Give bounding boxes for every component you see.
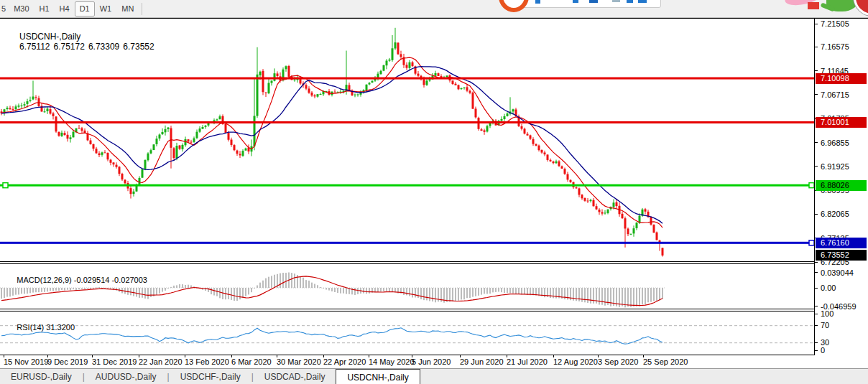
timeframe-button-w1[interactable]: W1 <box>95 1 117 17</box>
tab-usdcad[interactable]: USDCAD-,Daily <box>254 369 336 384</box>
timeframe-toolbar: 5M30H1H4D1W1MN <box>0 0 868 18</box>
chart-symbol-label: USDCNH-,Daily <box>19 32 80 42</box>
current-price-badge: 6.73552 <box>816 250 867 261</box>
date-label[interactable]: 5 Jun 2020 <box>412 357 451 366</box>
date-label[interactable]: 3 Sep 2020 <box>598 357 638 366</box>
overlay-orange-icon <box>499 0 529 12</box>
price-tick: 6.96855 <box>815 138 849 148</box>
level-price-badge: 6.88026 <box>816 180 867 191</box>
axis-tick-dash <box>815 342 818 343</box>
timeframe-buttons: 5M30H1H4D1W1MN <box>0 0 145 17</box>
axis-tick-label: 0.00 <box>821 284 836 292</box>
axis-tick-label: 7.21505 <box>821 19 849 28</box>
date-label[interactable]: 9 Dec 2019 <box>47 357 88 366</box>
chart-window: USDCNH-,Daily 6.751126.751726.733096.735… <box>0 18 868 368</box>
ohlc-open: 6.75112 <box>19 42 50 52</box>
rsi-tick: 100 <box>815 309 834 319</box>
date-label[interactable]: 31 Dec 2019 <box>92 357 137 366</box>
overlay-blue-icon <box>573 0 578 3</box>
date-label[interactable]: 29 Jun 2020 <box>460 357 504 366</box>
axis-tick-dash <box>815 24 818 24</box>
date-axis[interactable]: 15 Nov 20199 Dec 201931 Dec 201922 Jan 2… <box>0 355 814 369</box>
timeframe-button-h1[interactable]: H1 <box>34 1 55 17</box>
axis-tick-dash <box>815 94 818 95</box>
rsi-indicator-panel[interactable] <box>0 312 814 355</box>
level-price-badge: 7.10098 <box>816 73 867 84</box>
axis-tick-dash <box>815 306 818 306</box>
metatrader-window: 5M30H1H4D1W1MN USDCNH-,Daily 6.751126.75… <box>0 0 868 384</box>
overlay-blue-icon <box>589 0 598 3</box>
date-label[interactable]: 30 Mar 2020 <box>277 357 321 366</box>
axis-tick-dash <box>815 272 818 273</box>
timeframe-button-d1[interactable]: D1 <box>75 1 95 17</box>
macd-tick: 0.00 <box>815 283 836 293</box>
rsi-tick: 0 <box>815 345 825 355</box>
axis-tick-label: 100 <box>821 309 834 318</box>
axis-tick-dash <box>815 214 818 215</box>
rsi-label: RSI(14) 31.3200 <box>4 314 75 340</box>
mascot-flag-icon <box>808 2 819 9</box>
date-label[interactable]: 14 May 2020 <box>369 357 415 366</box>
axis-tick-dash <box>815 350 818 351</box>
ohlc-close: 6.73552 <box>123 42 154 52</box>
chart-title: USDCNH-,Daily 6.751126.751726.733096.735… <box>5 22 158 62</box>
tab-eurusd[interactable]: EURUSD-,Daily <box>0 369 83 384</box>
macd-label: MACD(12,26,9) -0.029514 -0.027003 <box>4 267 147 293</box>
date-label[interactable]: 13 Feb 2020 <box>185 357 229 366</box>
rsi-tick: 70 <box>815 320 829 330</box>
timeframe-button-m30[interactable]: M30 <box>9 1 34 17</box>
price-tick: 7.21505 <box>815 19 849 29</box>
axis-tick-dash <box>815 325 818 326</box>
date-label[interactable]: 21 Jul 2020 <box>507 357 548 366</box>
price-tick: 6.91925 <box>815 161 849 172</box>
date-label[interactable]: 6 Mar 2020 <box>231 357 272 366</box>
rsi-name: RSI(14) <box>17 323 44 332</box>
axis-tick-label: 7.06715 <box>821 90 849 99</box>
date-label[interactable]: 15 Nov 2019 <box>4 357 48 366</box>
macd-values: -0.029514 -0.027003 <box>74 276 147 284</box>
axis-tick-label: 70 <box>821 321 829 329</box>
axis-tick-dash <box>815 70 818 71</box>
price-tick: 7.16575 <box>815 42 849 52</box>
level-price-badge: 7.01001 <box>816 117 867 128</box>
date-label[interactable]: 12 Aug 2020 <box>553 357 598 366</box>
tab-usdchf[interactable]: USDCHF-,Daily <box>170 369 251 384</box>
price-tick: 7.06715 <box>815 90 849 100</box>
macd-name: MACD(12,26,9) <box>17 276 71 284</box>
timeframe-button-mn[interactable]: MN <box>116 1 139 17</box>
date-label[interactable]: 25 Sep 2020 <box>643 357 688 366</box>
overlay-gray-icon <box>612 0 620 2</box>
timeframe-button-5[interactable]: 5 <box>0 1 9 17</box>
axis-tick-label: 7.16575 <box>821 42 849 51</box>
price-tick: 6.82065 <box>815 209 849 219</box>
axis-tick-label: 6.82065 <box>821 210 849 218</box>
axis-tick-label: 0 <box>821 346 825 355</box>
ohlc-low: 6.73309 <box>88 42 119 52</box>
ohlc-high: 6.75172 <box>54 42 85 52</box>
level-price-badge: 6.76160 <box>816 238 867 248</box>
macd-tick: 0.039044 <box>815 268 854 278</box>
axis-tick-dash <box>815 166 818 167</box>
axis-tick-label: 0.039044 <box>821 268 854 277</box>
date-label[interactable]: 22 Jan 2020 <box>139 357 183 366</box>
axis-tick-dash <box>815 142 818 143</box>
axis-tick-label: 6.96855 <box>821 139 849 147</box>
axis-tick-dash <box>815 47 818 47</box>
price-axis[interactable]: 7.215057.165757.116457.067157.017856.968… <box>815 19 868 369</box>
axis-tick-label: 6.91925 <box>821 162 849 171</box>
overlay-blue-icon <box>638 0 647 3</box>
overlay-blue-icon <box>627 0 633 3</box>
mascot-red-circle <box>854 0 868 16</box>
tab-usdcnh[interactable]: USDCNH-,Daily <box>336 369 420 384</box>
axis-tick-dash <box>815 262 818 263</box>
chart-tabs: EURUSD-,Daily|AUDUSD-,Daily|USDCHF-,Dail… <box>0 368 868 384</box>
toolbar-divider <box>142 3 142 15</box>
date-label[interactable]: 22 Apr 2020 <box>323 357 366 366</box>
tab-audusd[interactable]: AUDUSD-,Daily <box>85 369 167 384</box>
rsi-value: 31.3200 <box>46 323 75 332</box>
axis-tick-dash <box>815 288 818 289</box>
overlay-blue-icon <box>535 0 540 4</box>
timeframe-button-h4[interactable]: H4 <box>55 1 75 17</box>
axis-tick-dash <box>815 314 818 314</box>
